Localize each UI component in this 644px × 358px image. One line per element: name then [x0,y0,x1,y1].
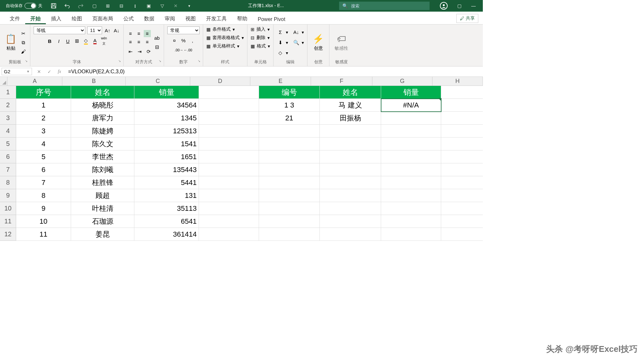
row-header[interactable]: 2 [0,99,16,112]
increase-decimal-icon[interactable]: .00→ [175,46,182,54]
tab-formulas[interactable]: 公式 [118,13,139,24]
cell-F8[interactable] [320,176,381,189]
format-cells-button[interactable]: ▦格式 ▾ [251,43,270,49]
autosum-icon[interactable]: Σ [277,29,284,36]
dialog-launcher-icon[interactable]: ↘ [25,59,27,63]
cell-G5[interactable] [381,138,441,150]
cell-F4[interactable] [320,125,381,138]
cell-A12[interactable]: 11 [16,228,71,241]
column-header-G[interactable]: G [372,77,432,86]
toggle-switch[interactable] [25,3,36,9]
cell-G12[interactable] [381,228,441,241]
qat-icon-2[interactable]: ⊞ [104,2,111,9]
cell-H4[interactable] [441,125,483,138]
row-header[interactable]: 6 [0,150,16,163]
align-middle-icon[interactable]: ≡ [135,30,142,37]
decrease-indent-icon[interactable]: ⇤ [127,48,134,55]
cell-D9[interactable] [199,189,259,202]
cell-D1[interactable] [199,86,259,99]
clear-icon[interactable]: ◇ [277,49,284,56]
insert-cells-button[interactable]: ⊞插入 ▾ [251,26,270,32]
tab-draw[interactable]: 绘图 [67,13,87,24]
ideas-button[interactable]: ⚡ 创意 [311,32,326,53]
bold-button[interactable]: B [46,37,53,45]
minimize-icon[interactable]: — [471,3,476,8]
cell-B8[interactable]: 桂胜锋 [71,176,134,189]
cell-G8[interactable] [381,176,441,189]
cell-D8[interactable] [199,176,259,189]
search-input[interactable] [351,4,426,8]
cell-G2[interactable]: #N/A [381,99,441,112]
cell-H8[interactable] [441,176,483,189]
dialog-launcher-icon[interactable]: ↘ [198,59,200,63]
filter-icon[interactable]: ▽ [159,2,166,9]
decrease-decimal-icon[interactable]: ←.00 [184,46,192,54]
align-right-icon[interactable]: ≡ [144,38,151,46]
sensitivity-button[interactable]: 🏷 敏感性 [333,32,350,53]
cell-H1[interactable] [441,86,483,99]
cell-D5[interactable] [199,138,259,150]
cell-C1[interactable]: 销量 [134,86,199,99]
row-header[interactable]: 11 [0,215,16,228]
row-header[interactable]: 12 [0,228,16,241]
cut-icon[interactable]: ✂ [20,30,27,37]
cell-C9[interactable]: 131 [134,189,199,202]
align-center-icon[interactable]: ≡ [135,38,142,46]
cell-H5[interactable] [441,138,483,150]
cell-H12[interactable] [441,228,483,241]
cell-C5[interactable]: 1541 [134,138,199,150]
dialog-launcher-icon[interactable]: ↘ [118,59,121,63]
cell-F10[interactable] [320,202,381,215]
orientation-icon[interactable]: ⟳ [145,48,152,55]
cell-B9[interactable]: 顾超 [71,189,134,202]
cell-A3[interactable]: 2 [16,112,71,125]
cell-A10[interactable]: 9 [16,202,71,215]
column-header-D[interactable]: D [190,77,250,86]
ribbon-display-icon[interactable]: ▢ [457,3,462,8]
currency-icon[interactable]: ¤ [171,37,178,44]
tab-powerpivot[interactable]: Power Pivot [253,14,290,24]
cell-F2[interactable]: 马 建义 [320,99,381,112]
underline-button[interactable]: U [64,37,71,45]
cell-E11[interactable] [259,215,320,228]
cancel-formula-icon[interactable]: ✕ [37,69,41,74]
cell-G3[interactable] [381,112,441,125]
share-button[interactable]: 🖊 共享 [456,14,478,23]
cell-F1[interactable]: 姓名 [320,86,381,99]
row-header[interactable]: 9 [0,189,16,202]
cell-G11[interactable] [381,215,441,228]
formula-input[interactable] [66,69,483,75]
qat-icon-4[interactable]: ⫿ [131,2,139,9]
cell-C12[interactable]: 361414 [134,228,199,241]
tab-layout[interactable]: 页面布局 [87,13,118,24]
cell-E8[interactable] [259,176,320,189]
cell-C6[interactable]: 1651 [134,150,199,163]
cell-styles-button[interactable]: ▦单元格样式 ▾ [206,43,239,49]
row-header[interactable]: 3 [0,112,16,125]
save-icon[interactable] [50,2,57,9]
cell-B4[interactable]: 陈婕娉 [71,125,134,138]
dialog-launcher-icon[interactable]: ↘ [159,59,161,63]
paste-button[interactable]: 📋 粘贴 [3,32,18,53]
find-icon[interactable]: 🔍 [293,39,300,46]
select-all-corner[interactable] [0,77,7,86]
row-header[interactable]: 7 [0,163,16,176]
cell-H7[interactable] [441,163,483,176]
cell-D7[interactable] [199,163,259,176]
qat-icon-3[interactable]: ⊟ [118,2,125,9]
number-format-select[interactable]: 常规 [167,26,200,34]
align-top-icon[interactable]: ≡ [127,30,134,37]
qat-icon-5[interactable]: ▣ [145,2,152,9]
cell-A8[interactable]: 7 [16,176,71,189]
cell-D11[interactable] [199,215,259,228]
cell-H11[interactable] [441,215,483,228]
tab-data[interactable]: 数据 [139,13,160,24]
delete-cells-button[interactable]: ⊟删除 ▾ [251,35,270,41]
merge-icon[interactable]: ⊟ [153,44,161,51]
accept-formula-icon[interactable]: ✓ [47,69,51,74]
font-color-icon[interactable]: A [91,37,99,45]
tab-file[interactable]: 文件 [5,13,25,24]
cell-B12[interactable]: 姜昆 [71,228,134,241]
cell-C10[interactable]: 35113 [134,202,199,215]
qat-icon-6[interactable]: ✕ [172,2,179,9]
